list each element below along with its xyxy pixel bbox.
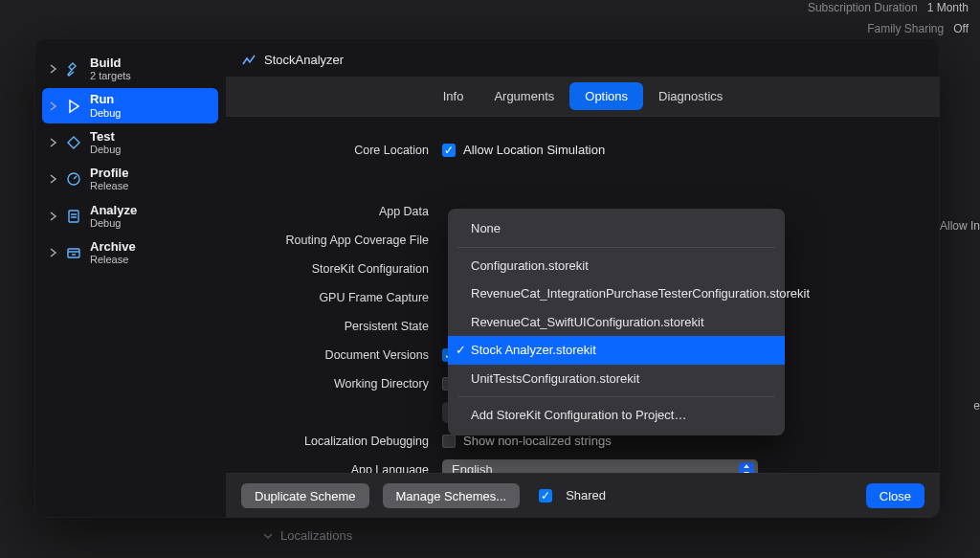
storekit-config-dropdown[interactable]: ✓None ✓Configuration.storekit ✓RevenueCa… (448, 209, 785, 435)
disclosure-icon (50, 64, 57, 74)
updown-icon (739, 462, 754, 473)
background-localizations-row[interactable]: Localizations (263, 527, 352, 545)
sidebar-item-run[interactable]: RunDebug (42, 88, 218, 123)
sidebar-item-title: Test (90, 130, 121, 144)
sidebar-item-sub: Debug (90, 107, 121, 119)
sidebar-item-sub: Debug (90, 144, 121, 155)
sidebar-item-title: Build (90, 56, 131, 70)
label-app-language: App Language (235, 462, 442, 473)
sidebar-item-title: Run (90, 93, 121, 106)
sidebar-item-title: Archive (90, 240, 136, 254)
disclosure-icon (50, 248, 57, 257)
dropdown-divider (457, 396, 775, 397)
scheme-app-icon (241, 53, 256, 68)
dropdown-item-add[interactable]: ✓Add StoreKit Configuration to Project… (448, 401, 785, 430)
scheme-main-panel: StockAnalyzer Info Arguments Options Dia… (226, 38, 940, 518)
checkbox-label: Allow Location Simulation (463, 142, 605, 159)
sidebar-item-profile[interactable]: ProfileRelease (42, 162, 218, 196)
manage-schemes-button[interactable]: Manage Schemes... (383, 483, 521, 508)
label-core-location: Core Location (235, 143, 442, 159)
disclosure-icon (50, 174, 57, 184)
label-app-data: App Data (235, 204, 442, 220)
checkbox-allow-location-simulation[interactable]: ✓ (442, 144, 456, 157)
bg-side-text: Allow In (940, 218, 980, 234)
gauge-icon (65, 170, 82, 188)
diamond-icon (65, 134, 82, 151)
sidebar-item-test[interactable]: TestDebug (42, 125, 218, 160)
sidebar-item-sub: Debug (90, 217, 137, 229)
options-form: Core Location ✓ Allow Location Simulatio… (226, 117, 940, 473)
checkbox-show-nonlocalized[interactable]: ✓ (442, 435, 456, 448)
localizations-label: Localizations (280, 527, 352, 545)
sidebar-item-build[interactable]: Build2 targets (42, 52, 218, 86)
sidebar-item-analyze[interactable]: AnalyzeDebug (42, 199, 218, 234)
bg-value: 1 Month (927, 0, 969, 15)
sidebar-item-title: Analyze (90, 204, 137, 217)
dropdown-divider (457, 247, 775, 248)
play-icon (65, 98, 82, 115)
bg-label: Subscription Duration (808, 0, 918, 15)
label-gpu-frame-capture: GPU Frame Capture (235, 290, 442, 306)
scheme-tabs: Info Arguments Options Diagnostics (226, 77, 940, 118)
sheet-bottom-bar: Duplicate Scheme Manage Schemes... ✓ Sha… (226, 473, 940, 518)
scheme-name: StockAnalyzer (264, 52, 344, 69)
disclosure-icon (50, 212, 57, 221)
background-inspector-rows: Subscription Duration1 Month Family Shar… (0, 0, 980, 38)
label-persistent-state: Persistent State (235, 319, 442, 335)
scheme-titlebar: StockAnalyzer (226, 38, 940, 77)
dropdown-item[interactable]: ✓RevenueCat_SwiftUIConfiguration.storeki… (448, 308, 785, 337)
sidebar-item-sub: Release (90, 254, 136, 265)
doc-icon (65, 208, 82, 225)
label-working-directory: Working Directory (235, 376, 442, 392)
svg-rect-2 (68, 249, 79, 257)
select-value: English (452, 461, 493, 473)
tab-arguments[interactable]: Arguments (479, 82, 569, 111)
label-routing-coverage: Routing App Coverage File (235, 233, 442, 249)
label-storekit-config: StoreKit Configuration (235, 261, 442, 278)
dropdown-item[interactable]: ✓None (448, 214, 785, 243)
bg-side-text: e (973, 398, 980, 413)
sidebar-item-title: Profile (90, 167, 128, 180)
disclosure-icon (50, 138, 57, 147)
svg-rect-1 (69, 211, 78, 222)
tab-info[interactable]: Info (428, 82, 479, 111)
disclosure-icon (50, 101, 57, 111)
hammer-icon (65, 60, 82, 78)
dropdown-item-selected[interactable]: ✓Stock Analyzer.storekit (448, 336, 785, 365)
scheme-editor-sheet: Build2 targets RunDebug TestDebug Profil… (34, 38, 940, 518)
bg-value: Off (953, 21, 969, 36)
tab-diagnostics[interactable]: Diagnostics (643, 82, 738, 111)
shared-checkbox[interactable]: ✓ (539, 489, 552, 502)
chevron-down-icon (263, 531, 273, 541)
duplicate-scheme-button[interactable]: Duplicate Scheme (241, 483, 369, 508)
scheme-sidebar: Build2 targets RunDebug TestDebug Profil… (34, 38, 226, 518)
label-document-versions: Document Versions (235, 347, 442, 364)
checkbox-label: Show non-localized strings (463, 433, 612, 450)
sidebar-item-sub: Release (90, 180, 128, 191)
dropdown-item[interactable]: ✓RevenueCat_IntegrationPurchaseTesterCon… (448, 279, 785, 308)
dropdown-item[interactable]: ✓UnitTestsConfiguration.storekit (448, 365, 785, 393)
box-icon (65, 244, 82, 261)
dropdown-item[interactable]: ✓Configuration.storekit (448, 252, 785, 280)
close-button[interactable]: Close (866, 483, 924, 508)
label-localization-debugging: Localization Debugging (235, 434, 442, 450)
tab-options[interactable]: Options (569, 82, 643, 111)
sidebar-item-sub: 2 targets (90, 70, 131, 81)
app-language-select[interactable]: English (442, 459, 758, 473)
shared-label: Shared (566, 487, 606, 504)
bg-label: Family Sharing (867, 21, 944, 36)
sidebar-item-archive[interactable]: ArchiveRelease (42, 235, 218, 270)
